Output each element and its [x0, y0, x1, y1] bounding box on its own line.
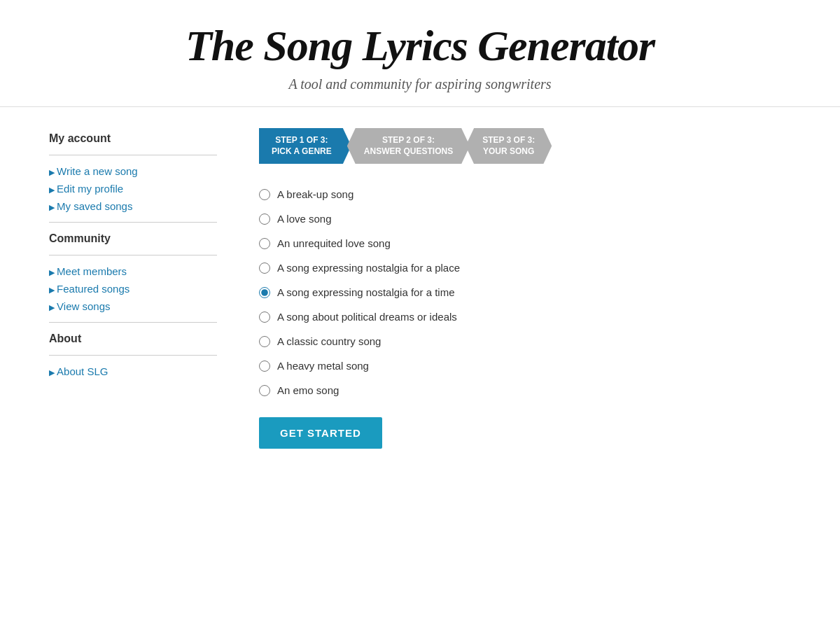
my-saved-songs-link[interactable]: My saved songs [49, 200, 217, 212]
edit-profile-link[interactable]: Edit my profile [49, 183, 217, 195]
genre-label-unrequited[interactable]: An unrequited love song [277, 237, 391, 249]
genre-item-metal[interactable]: A heavy metal song [259, 360, 791, 372]
genre-list: A break-up songA love songAn unrequited … [259, 188, 791, 396]
main-layout: My account Write a new song Edit my prof… [35, 107, 805, 470]
step-1: STEP 1 OF 3: PICK A GENRE [259, 128, 351, 164]
site-title: The Song Lyrics Generator [14, 21, 826, 71]
genre-item-nostalgia-place[interactable]: A song expressing nostalgia for a place [259, 262, 791, 274]
page-header: The Song Lyrics Generator A tool and com… [0, 0, 840, 107]
sidebar-divider-about [49, 322, 217, 323]
genre-item-love[interactable]: A love song [259, 213, 791, 225]
genre-label-love[interactable]: A love song [277, 213, 332, 225]
genre-label-breakup[interactable]: A break-up song [277, 188, 354, 200]
genre-radio-political[interactable] [259, 312, 270, 323]
genre-item-nostalgia-time[interactable]: A song expressing nostalgia for a time [259, 286, 791, 298]
site-subtitle: A tool and community for aspiring songwr… [14, 76, 826, 92]
genre-radio-love[interactable] [259, 214, 270, 225]
sidebar-divider-account [49, 155, 217, 155]
genre-radio-breakup[interactable] [259, 189, 270, 200]
view-songs-link[interactable]: View songs [49, 300, 217, 312]
step-3: STEP 3 OF 3: YOUR SONG [465, 128, 552, 164]
genre-item-breakup[interactable]: A break-up song [259, 188, 791, 200]
genre-radio-unrequited[interactable] [259, 238, 270, 249]
sidebar-divider-community [49, 222, 217, 223]
sidebar-section-about: About [49, 332, 217, 345]
genre-radio-metal[interactable] [259, 360, 270, 372]
genre-item-political[interactable]: A song about political dreams or ideals [259, 311, 791, 323]
sidebar-section-my-account: My account [49, 132, 217, 145]
about-slg-link[interactable]: About SLG [49, 365, 217, 377]
genre-radio-nostalgia-place[interactable] [259, 262, 270, 274]
sidebar-divider-about2 [49, 355, 217, 356]
write-new-song-link[interactable]: Write a new song [49, 165, 217, 177]
genre-label-nostalgia-time[interactable]: A song expressing nostalgia for a time [277, 286, 454, 298]
sidebar-section-community: Community [49, 232, 217, 245]
genre-radio-nostalgia-time[interactable] [259, 287, 270, 298]
sidebar: My account Write a new song Edit my prof… [49, 128, 231, 449]
genre-label-emo[interactable]: An emo song [277, 384, 339, 396]
content-area: STEP 1 OF 3: PICK A GENRE STEP 2 OF 3: A… [231, 128, 791, 449]
genre-item-emo[interactable]: An emo song [259, 384, 791, 396]
step-2: STEP 2 OF 3: ANSWER QUESTIONS [347, 128, 470, 164]
genre-radio-country[interactable] [259, 336, 270, 347]
steps-bar: STEP 1 OF 3: PICK A GENRE STEP 2 OF 3: A… [259, 128, 791, 164]
genre-item-country[interactable]: A classic country song [259, 335, 791, 347]
meet-members-link[interactable]: Meet members [49, 265, 217, 277]
featured-songs-link[interactable]: Featured songs [49, 283, 217, 295]
genre-item-unrequited[interactable]: An unrequited love song [259, 237, 791, 249]
genre-label-political[interactable]: A song about political dreams or ideals [277, 311, 457, 323]
genre-radio-emo[interactable] [259, 385, 270, 396]
genre-label-nostalgia-place[interactable]: A song expressing nostalgia for a place [277, 262, 460, 274]
genre-label-metal[interactable]: A heavy metal song [277, 360, 369, 372]
genre-label-country[interactable]: A classic country song [277, 335, 381, 347]
get-started-button[interactable]: GET STARTED [259, 417, 382, 449]
sidebar-divider-community2 [49, 255, 217, 255]
